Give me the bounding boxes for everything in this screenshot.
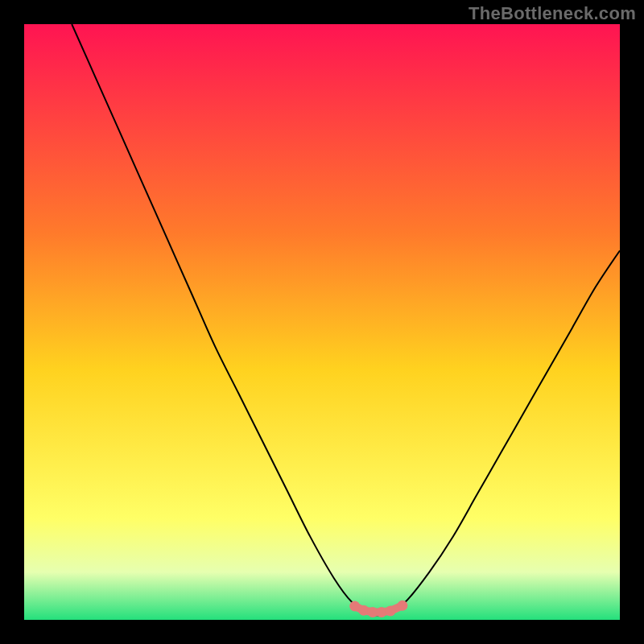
chart-svg — [24, 24, 620, 620]
sweet-spot-dot — [358, 605, 369, 616]
sweet-spot-dot — [386, 605, 396, 616]
chart-frame: TheBottleneck.com — [0, 0, 644, 644]
sweet-spot-dot — [367, 607, 378, 617]
sweet-spot-dot — [349, 601, 360, 611]
sweet-spot-dot — [377, 607, 387, 617]
sweet-spot-dot — [397, 601, 407, 611]
gradient-background — [24, 24, 620, 620]
plot-area — [24, 24, 620, 620]
watermark-text: TheBottleneck.com — [469, 3, 636, 24]
